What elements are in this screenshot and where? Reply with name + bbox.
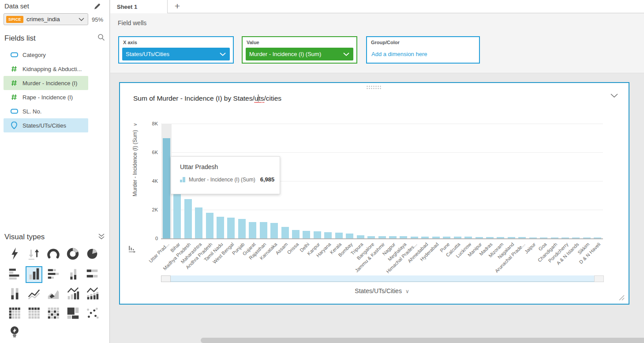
search-icon[interactable] [97,34,105,43]
field-item-category[interactable]: Category [4,48,88,62]
bar-karnataka[interactable] [270,223,278,238]
field-item-kidnapping-abducti[interactable]: Kidnapping & Abducti... [4,62,88,76]
bar-west-bengal[interactable] [227,218,235,238]
field-wells-bar: Field wells X axis States/UTs/Cities Val… [110,13,644,73]
gridline [161,152,603,153]
dataset-name: crimes_india [26,16,79,23]
visual-type-combo-chart[interactable] [64,286,81,303]
pie-chart-icon [85,246,100,263]
visual-type-table[interactable] [6,305,23,322]
x-axis-title[interactable]: States/UTs/Cities∨ [161,287,603,294]
bar-delhi[interactable] [303,231,310,238]
dimension-icon [10,51,19,59]
chart-scrollbar-track[interactable] [171,275,594,282]
bar-kanpur[interactable] [314,231,321,238]
quicksight-app: Data set SPICE crimes_india 95% Fields l… [0,0,644,343]
bar-gujarat[interactable] [249,222,256,238]
y-tick-label: 0 [138,236,158,241]
bar-tripura[interactable] [357,235,364,238]
visual-type-horizontal-100-stacked-bar-chart[interactable] [84,266,101,283]
page-horizontal-scrollbar[interactable] [201,338,644,343]
bar-madhya-pradesh[interactable] [184,199,192,238]
left-sidebar: Data set SPICE crimes_india 95% Fields l… [0,0,110,343]
tab-sheet-1[interactable]: Sheet 1 [110,0,168,13]
pivot-table-icon [26,305,41,322]
tooltip-title: Uttar Pradesh [180,163,280,170]
chart-scrollbar-left-handle[interactable] [161,275,171,282]
collapse-chevrons-icon[interactable] [98,233,105,241]
value-field-pill[interactable]: Murder - Incidence (I) (Sum) [246,48,353,60]
field-item-murder-incidence-i[interactable]: Murder - Incidence (I) [4,76,88,90]
visual-type-vertical-stacked-bar-chart[interactable] [64,266,81,283]
edit-dataset-pencil-icon[interactable] [94,3,101,12]
bar-punjab[interactable] [238,219,246,238]
visual-type-pivot-table[interactable] [26,305,42,322]
field-well-value[interactable]: Value Murder - Incidence (I) (Sum) [242,36,357,64]
visual-type-pie-chart[interactable] [84,246,101,263]
bar-andhra-pradesh[interactable] [206,213,213,238]
visual-type-tree-map[interactable] [64,305,81,322]
visual-type-horizontal-bar-chart[interactable] [6,266,23,283]
add-dimension-link[interactable]: Add a dimension here [371,51,427,57]
visual-type-horizontal-stacked-bar-chart[interactable] [45,266,62,283]
auto-graph-icon [7,246,22,263]
group-color-well-label: Group/Color [371,40,479,45]
measure-icon [10,93,19,101]
table-icon [7,305,22,322]
field-item-states-uts-cities[interactable]: States/UTs/Cities [4,118,88,132]
dataset-panel-title: Data set [4,2,29,10]
kpi-icon [26,246,41,263]
visual-type-area-chart[interactable] [45,286,62,303]
visual-type-vertical-100-stacked-bar-chart[interactable] [6,286,23,303]
field-label: Kidnapping & Abducti... [22,66,82,72]
visual-type-gauge[interactable] [45,246,62,263]
visual-type-kpi[interactable] [26,246,42,263]
combo-chart-icon [65,286,80,303]
chevron-down-icon [220,53,226,56]
visual-type-insights[interactable] [6,324,23,341]
field-label: Rape - Incidence (I) [22,94,73,101]
horizontal-stacked-bar-chart-icon [46,266,61,283]
visual-type-auto-graph[interactable] [6,246,23,263]
visual-type-heat-map[interactable] [45,305,62,322]
vertical-bar-chart-icon [26,266,41,283]
dataset-select[interactable]: SPICE crimes_india [4,13,88,25]
fields-list-title: Fields list [4,34,36,43]
visual-type-scatter-plot[interactable] [84,305,101,322]
bar-maharashtra[interactable] [195,207,202,238]
bar-kerala[interactable] [335,233,343,238]
bar-assam[interactable] [281,227,289,238]
line-chart-icon [26,286,41,303]
bar-tamil-nadu[interactable] [217,217,224,238]
field-label: Murder - Incidence (I) [22,80,77,87]
field-item-rape-incidence-i[interactable]: Rape - Incidence (I) [4,90,88,104]
visual-card[interactable]: Sum of Murder - Incidence (I) by States/… [119,82,629,305]
bar-bihar[interactable] [173,194,181,238]
bar-bombay[interactable] [346,234,353,238]
resize-handle-icon[interactable] [619,295,625,301]
visual-type-vertical-bar-chart[interactable] [26,266,42,283]
x-axis-field-value: States/UTs/Cities [126,51,220,57]
bar-haryana[interactable] [324,232,332,238]
field-wells-label: Field wells [118,19,146,26]
fields-list-items: CategoryKidnapping & Abducti...Murder - … [4,48,88,132]
scatter-plot-icon [85,305,100,322]
visual-type-line-chart[interactable] [26,286,42,303]
y-tick-label: 4K [138,178,158,184]
visual-type-donut-chart[interactable] [64,246,81,263]
visual-type-stacked-combo-chart[interactable] [84,286,101,303]
bar-uttar-prad[interactable] [163,138,170,238]
x-axis-line [161,238,603,239]
add-sheet-button[interactable]: + [171,0,183,13]
gauge-icon [46,246,61,263]
chart-scrollbar-right-handle[interactable] [594,275,604,282]
x-axis-field-pill[interactable]: States/UTs/Cities [122,48,230,60]
field-well-x-axis[interactable]: X axis States/UTs/Cities [118,36,234,64]
visual-types-title: Visual types [4,233,45,241]
series-bars-icon [180,177,186,182]
field-well-group-color[interactable]: Group/Color Add a dimension here [366,36,480,64]
field-item-sl-no[interactable]: SL. No. [4,104,88,118]
bar-orissa[interactable] [292,230,300,238]
measure-icon [10,79,19,87]
bar-rajasthan[interactable] [260,222,267,238]
